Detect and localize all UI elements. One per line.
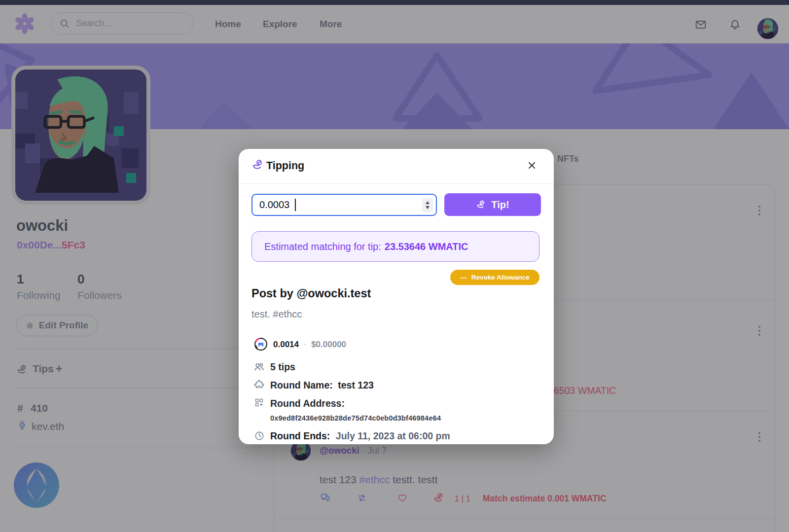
minus-icon: — — [460, 274, 467, 281]
tip-amount-input[interactable] — [251, 194, 437, 216]
modal-title: Tipping — [266, 160, 304, 172]
revoke-allowance-label: Revoke Allowance — [471, 274, 530, 281]
revoke-allowance-button[interactable]: — Revoke Allowance — [450, 270, 539, 285]
people-icon — [253, 361, 265, 373]
round-ends-value: July 11, 2023 at 06:00 pm — [336, 430, 450, 441]
token-usd-value: $0.00000 — [311, 340, 346, 349]
tips-count: 5 tips — [270, 361, 295, 373]
modal-post-heading: Post by @owocki.test — [251, 287, 371, 300]
round-ends-label: Round Ends: — [270, 430, 330, 441]
round-name-label: Round Name: — [270, 380, 333, 390]
round-address-value: 0x9ed8f2436e928b28de75d74c0eb0d3bf46984e… — [270, 414, 441, 422]
close-icon[interactable] — [527, 160, 537, 171]
stepper-down-icon[interactable] — [426, 206, 430, 209]
round-name-value: test 123 — [338, 380, 374, 390]
token-amount: 0.0014 — [273, 340, 299, 349]
text-caret — [295, 199, 296, 211]
amount-stepper[interactable] — [422, 198, 433, 212]
token-amount-row: 0.0014 · $0.00000 — [273, 340, 346, 350]
tipping-icon — [251, 159, 264, 172]
wmatic-token-icon — [254, 337, 268, 351]
estimated-matching-banner: Estimated matching for tip: 23.53646 WMA… — [251, 231, 539, 262]
modal-post-body: test. #ethcc — [251, 309, 302, 320]
tip-button[interactable]: Tip! — [444, 193, 541, 216]
modal-header-divider — [239, 183, 554, 184]
clock-icon — [254, 430, 265, 441]
grid-plus-icon — [254, 397, 264, 408]
tip-button-icon — [476, 200, 486, 210]
tipping-modal: Tipping Tip! Estimated matching for tip:… — [239, 149, 554, 444]
matching-value: 23.53646 WMATIC — [385, 241, 468, 252]
round-address-label: Round Address: — [270, 398, 345, 409]
puzzle-icon — [253, 379, 265, 390]
token-separator: · — [304, 340, 307, 349]
round-name-row: Round Name: test 123 — [270, 380, 374, 391]
stepper-up-icon[interactable] — [426, 201, 430, 204]
matching-label: Estimated matching for tip: — [264, 241, 381, 252]
tip-button-label: Tip! — [491, 199, 509, 211]
round-ends-row: Round Ends: July 11, 2023 at 06:00 pm — [270, 430, 450, 442]
